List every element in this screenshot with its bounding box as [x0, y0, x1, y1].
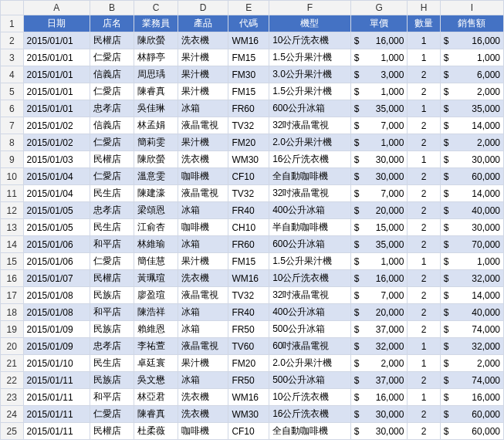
cell[interactable]: 2: [408, 236, 440, 253]
row-header-5[interactable]: 5: [1, 83, 24, 100]
spreadsheet-table[interactable]: ABCDEFGHI 1日期店名業務員產品代碼機型單價數量銷售額22015/01/…: [0, 0, 504, 440]
cell[interactable]: 2: [408, 372, 440, 389]
cell[interactable]: 2015/01/11: [23, 372, 90, 389]
cell[interactable]: FR50: [228, 321, 269, 338]
cell[interactable]: $30,000: [440, 151, 503, 168]
cell[interactable]: 冰箱: [178, 236, 228, 253]
column-header-G[interactable]: G: [350, 1, 408, 15]
cell[interactable]: 民權店: [90, 423, 134, 440]
cell[interactable]: 2015/01/05: [23, 219, 90, 236]
cell[interactable]: 洗衣機: [178, 406, 228, 423]
cell[interactable]: 2015/01/05: [23, 202, 90, 219]
cell[interactable]: $40,000: [440, 304, 503, 321]
row-header-23[interactable]: 23: [1, 389, 24, 406]
cell[interactable]: $60,000: [440, 423, 503, 440]
cell[interactable]: 全自動咖啡機: [269, 168, 351, 185]
header-cell-code[interactable]: 代碼: [228, 15, 269, 32]
cell[interactable]: 2015/01/04: [23, 185, 90, 202]
row-header-4[interactable]: 4: [1, 66, 24, 83]
cell[interactable]: 2: [408, 83, 440, 100]
cell[interactable]: 60吋液晶電視: [269, 338, 351, 355]
row-header-17[interactable]: 17: [1, 287, 24, 304]
cell[interactable]: $30,000: [440, 219, 503, 236]
cell[interactable]: 忠孝店: [90, 202, 134, 219]
cell[interactable]: TV60: [228, 338, 269, 355]
cell[interactable]: 400公升冰箱: [269, 304, 351, 321]
cell[interactable]: 2: [408, 185, 440, 202]
cell[interactable]: 咖啡機: [178, 219, 228, 236]
cell[interactable]: 民族店: [90, 321, 134, 338]
cell[interactable]: 2: [408, 321, 440, 338]
cell[interactable]: $1,000: [440, 253, 503, 270]
cell[interactable]: 民生店: [90, 185, 134, 202]
column-header-F[interactable]: F: [269, 1, 351, 15]
cell[interactable]: $14,000: [440, 287, 503, 304]
cell[interactable]: 民族店: [90, 372, 134, 389]
column-header-I[interactable]: I: [440, 1, 503, 15]
cell[interactable]: 仁愛店: [90, 168, 134, 185]
cell[interactable]: 2015/01/10: [23, 355, 90, 372]
cell[interactable]: CH10: [228, 219, 269, 236]
cell[interactable]: 陳欣螢: [134, 151, 178, 168]
cell[interactable]: $35,000: [350, 236, 408, 253]
cell[interactable]: $1,000: [440, 49, 503, 66]
cell[interactable]: FM15: [228, 253, 269, 270]
cell[interactable]: 冰箱: [178, 100, 228, 117]
cell[interactable]: 林靜亭: [134, 49, 178, 66]
cell[interactable]: $74,000: [440, 321, 503, 338]
cell[interactable]: 全自動咖啡機: [269, 423, 351, 440]
cell[interactable]: 2015/01/01: [23, 32, 90, 49]
row-header-10[interactable]: 10: [1, 168, 24, 185]
cell[interactable]: 洗衣機: [178, 151, 228, 168]
cell[interactable]: 32吋液晶電視: [269, 185, 351, 202]
cell[interactable]: 陳欣螢: [134, 32, 178, 49]
cell[interactable]: $60,000: [440, 406, 503, 423]
cell[interactable]: 民權店: [90, 270, 134, 287]
cell[interactable]: 10公斤洗衣機: [269, 270, 351, 287]
cell[interactable]: 2015/01/07: [23, 270, 90, 287]
cell[interactable]: 2: [408, 304, 440, 321]
cell[interactable]: $35,000: [350, 100, 408, 117]
cell[interactable]: TV32: [228, 287, 269, 304]
cell[interactable]: 2015/01/11: [23, 406, 90, 423]
cell[interactable]: 仁愛店: [90, 49, 134, 66]
cell[interactable]: $40,000: [440, 202, 503, 219]
cell[interactable]: 簡佳慧: [134, 253, 178, 270]
cell[interactable]: 賴維恩: [134, 321, 178, 338]
cell[interactable]: WM30: [228, 406, 269, 423]
cell[interactable]: 陳浩祥: [134, 304, 178, 321]
cell[interactable]: 2015/01/01: [23, 66, 90, 83]
cell[interactable]: 16公斤洗衣機: [269, 406, 351, 423]
cell[interactable]: 忠孝店: [90, 100, 134, 117]
cell[interactable]: $74,000: [440, 372, 503, 389]
cell[interactable]: $2,000: [440, 355, 503, 372]
cell[interactable]: 2015/01/09: [23, 321, 90, 338]
row-header-24[interactable]: 24: [1, 406, 24, 423]
row-header-9[interactable]: 9: [1, 151, 24, 168]
cell[interactable]: FM30: [228, 66, 269, 83]
cell[interactable]: $1,000: [350, 134, 408, 151]
row-header-22[interactable]: 22: [1, 372, 24, 389]
cell[interactable]: 2015/01/02: [23, 117, 90, 134]
cell[interactable]: 民生店: [90, 219, 134, 236]
cell[interactable]: $60,000: [440, 168, 503, 185]
cell[interactable]: 和平店: [90, 236, 134, 253]
cell[interactable]: 2015/01/09: [23, 338, 90, 355]
cell[interactable]: 仁愛店: [90, 134, 134, 151]
cell[interactable]: FR40: [228, 304, 269, 321]
row-header-25[interactable]: 25: [1, 423, 24, 440]
column-header-B[interactable]: B: [90, 1, 134, 15]
cell[interactable]: $37,000: [350, 321, 408, 338]
cell[interactable]: $1,000: [350, 49, 408, 66]
cell[interactable]: 2: [408, 287, 440, 304]
cell[interactable]: 2015/01/03: [23, 151, 90, 168]
cell[interactable]: 2: [408, 117, 440, 134]
cell[interactable]: 1: [408, 100, 440, 117]
row-header-14[interactable]: 14: [1, 236, 24, 253]
cell[interactable]: 2: [408, 270, 440, 287]
cell[interactable]: FM20: [228, 355, 269, 372]
cell[interactable]: FM15: [228, 49, 269, 66]
cell[interactable]: $2,000: [440, 83, 503, 100]
cell[interactable]: 冰箱: [178, 372, 228, 389]
cell[interactable]: 液晶電視: [178, 185, 228, 202]
